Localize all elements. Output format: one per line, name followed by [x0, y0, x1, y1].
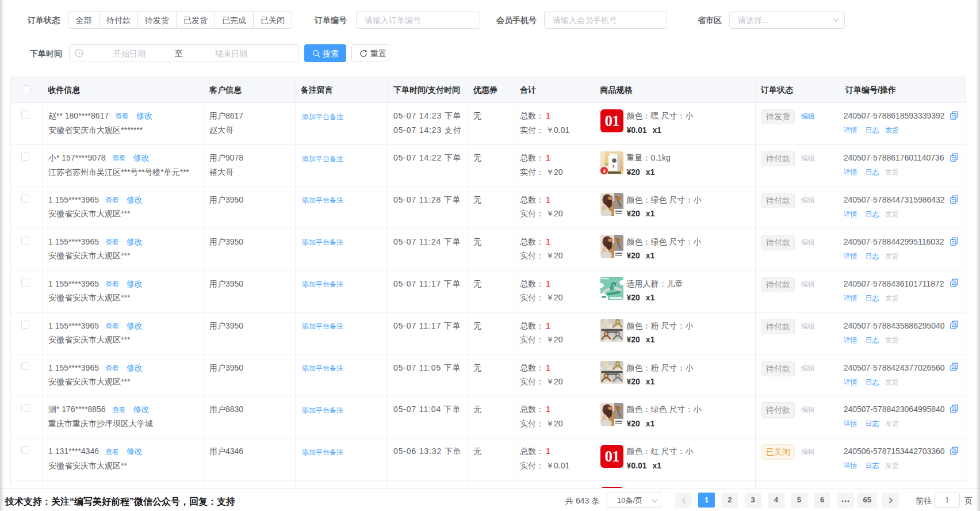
- svg-text:4: 4: [603, 167, 606, 174]
